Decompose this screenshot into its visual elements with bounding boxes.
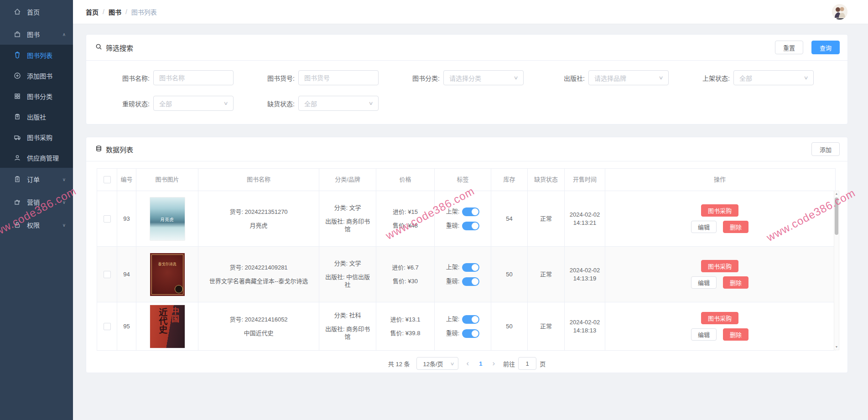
edit-button[interactable]: 编辑 xyxy=(691,328,717,341)
sidebar-item-supplier[interactable]: 供应商管理 xyxy=(0,147,73,168)
sidebar-item-books[interactable]: 图书 ∧ xyxy=(0,24,73,45)
table-row: 93 月亮虎 货号: 2024221351270 月亮虎 分类: 文学 出版社:… xyxy=(97,191,835,247)
book-name-cell: 货号: 2024221416052 中国近代史 xyxy=(198,302,319,351)
book-category-select[interactable]: 请选择分类 ∨ xyxy=(443,70,524,85)
table-row: 94 泰戈尔诗选 货号: 2024221409281 世界文学名著典藏全译本--… xyxy=(97,247,835,302)
actions-cell: 图书采购 编辑 删除 xyxy=(605,302,834,351)
weight-toggle[interactable] xyxy=(462,329,479,338)
shelf-toggle[interactable] xyxy=(462,315,479,324)
avatar[interactable] xyxy=(832,4,847,20)
sidebar: 首页 图书 ∧ 图书列表 添加图书 图书分类 xyxy=(0,0,73,420)
total-count: 共 12 条 xyxy=(388,359,410,368)
sidebar-item-book-list[interactable]: 图书列表 xyxy=(0,45,73,65)
sidebar-item-book-purchase[interactable]: 图书采购 xyxy=(0,127,73,147)
filter-card: 筛选搜索 重置 查询 图书名称: 图书货号: 图书分类: xyxy=(86,34,848,124)
tag-icon xyxy=(14,52,21,59)
shelf-toggle[interactable] xyxy=(462,207,479,216)
col-stock: 库存 xyxy=(491,169,528,191)
table-header-row: 编号 图书图片 图书名称 分类/品牌 价格 标签 库存 缺货状态 开售时间 操作 xyxy=(97,169,835,191)
purchase-button[interactable]: 图书采购 xyxy=(701,204,738,217)
chevron-down-icon: ∨ xyxy=(513,75,518,81)
purchase-button[interactable]: 图书采购 xyxy=(701,312,738,324)
col-oos: 缺货状态 xyxy=(528,169,565,191)
price-cell: 进价: ¥6.7 售价: ¥30 xyxy=(376,247,435,302)
goto-label: 前往 xyxy=(503,359,515,368)
publisher-select[interactable]: 请选择品牌 ∨ xyxy=(588,70,669,85)
scroll-up-icon[interactable]: ▲ xyxy=(835,191,838,197)
row-checkbox[interactable] xyxy=(104,323,111,330)
add-button[interactable]: 添加 xyxy=(811,142,840,156)
user-icon xyxy=(14,154,21,161)
sidebar-item-add-book[interactable]: 添加图书 xyxy=(0,65,73,86)
badge-icon xyxy=(14,113,21,120)
breadcrumb-books[interactable]: 图书 xyxy=(109,7,121,16)
query-button[interactable]: 查询 xyxy=(811,41,840,54)
sidebar-item-home[interactable]: 首页 xyxy=(0,0,73,24)
category-cell: 分类: 文学 出版社: 商务印书馆 xyxy=(319,191,376,247)
shelf-status-label: 上架状态: xyxy=(688,73,730,83)
row-no: 93 xyxy=(117,191,136,247)
chevron-down-icon: ∨ xyxy=(223,100,228,106)
book-sku-input[interactable] xyxy=(298,70,379,85)
stock-cell: 50 xyxy=(491,302,528,351)
next-page-button[interactable]: › xyxy=(490,359,497,368)
row-checkbox[interactable] xyxy=(104,271,111,278)
pagination: 共 12 条 12条/页 ∨ ‹ 1 › 前往 页 xyxy=(86,357,847,370)
delete-button[interactable]: 删除 xyxy=(723,328,748,341)
breadcrumb: 首页 / 图书 / 图书列表 xyxy=(86,7,157,16)
stock-cell: 54 xyxy=(491,191,528,247)
scrollbar-thumb[interactable] xyxy=(835,197,838,235)
col-date: 开售时间 xyxy=(565,169,605,191)
weight-toggle[interactable] xyxy=(462,222,479,230)
truck-icon xyxy=(14,134,21,141)
purchase-button[interactable]: 图书采购 xyxy=(701,260,738,272)
tags-cell: 上架: 重磅: xyxy=(435,191,491,247)
weight-status-select[interactable]: 全部 ∨ xyxy=(153,96,234,111)
main-content: 筛选搜索 重置 查询 图书名称: 图书货号: 图书分类: xyxy=(73,24,868,420)
chevron-up-icon: ∧ xyxy=(62,32,66,37)
date-cell: 2024-02-02 14:18:13 xyxy=(565,302,605,351)
data-list-card: 数据列表 添加 编号 图书图片 图书名称 分类/品牌 价格 标签 库存 缺货状态 xyxy=(86,137,848,373)
weight-status-label: 重磅状态: xyxy=(108,99,150,108)
oos-cell: 正常 xyxy=(528,247,565,302)
row-checkbox[interactable] xyxy=(104,215,111,223)
delete-button[interactable]: 删除 xyxy=(723,276,748,289)
scroll-down-icon[interactable]: ▼ xyxy=(835,344,838,350)
sidebar-item-book-category[interactable]: 图书分类 xyxy=(0,86,73,106)
table-scrollbar[interactable]: ▲ ▼ xyxy=(834,191,839,350)
sidebar-item-marketing[interactable]: 营销 ∨ xyxy=(0,191,73,213)
oos-status-select[interactable]: 全部 ∨ xyxy=(298,96,379,111)
edit-button[interactable]: 编辑 xyxy=(691,276,717,289)
delete-button[interactable]: 删除 xyxy=(723,221,748,233)
col-price: 价格 xyxy=(376,169,435,191)
sidebar-item-publisher[interactable]: 出版社 xyxy=(0,106,73,127)
sidebar-item-orders[interactable]: 订单 ∨ xyxy=(0,168,73,191)
select-all-checkbox[interactable] xyxy=(104,176,111,183)
col-image: 图书图片 xyxy=(136,169,198,191)
book-name-input[interactable] xyxy=(153,70,234,85)
tags-cell: 上架: 重磅: xyxy=(435,247,491,302)
prev-page-button[interactable]: ‹ xyxy=(465,359,471,368)
chevron-down-icon: ∨ xyxy=(450,361,455,366)
weight-toggle[interactable] xyxy=(462,277,479,286)
shelf-toggle[interactable] xyxy=(462,263,479,272)
current-page[interactable]: 1 xyxy=(477,360,484,367)
page-size-select[interactable]: 12条/页 ∨ xyxy=(416,357,458,370)
marketing-icon xyxy=(14,198,21,206)
category-cell: 分类: 文学 出版社: 中信出版社 xyxy=(319,247,376,302)
chevron-down-icon: ∨ xyxy=(368,100,373,106)
col-no: 编号 xyxy=(117,169,136,191)
reset-button[interactable]: 重置 xyxy=(775,41,803,54)
goto-page-input[interactable] xyxy=(518,357,536,370)
shelf-status-select[interactable]: 全部 ∨ xyxy=(733,70,814,85)
actions-cell: 图书采购 编辑 删除 xyxy=(605,191,834,247)
edit-button[interactable]: 编辑 xyxy=(691,221,717,233)
sidebar-item-permissions[interactable]: 权限 ∨ xyxy=(0,213,73,236)
price-cell: 进价: ¥15 售价: ¥48 xyxy=(376,191,435,247)
filter-title: 筛选搜索 xyxy=(106,43,133,52)
category-cell: 分类: 社科 出版社: 商务印书馆 xyxy=(319,302,376,351)
page-unit: 页 xyxy=(540,359,546,368)
publisher-label: 出版社: xyxy=(543,73,585,83)
breadcrumb-home[interactable]: 首页 xyxy=(86,7,99,16)
book-name-label: 图书名称: xyxy=(108,73,150,83)
